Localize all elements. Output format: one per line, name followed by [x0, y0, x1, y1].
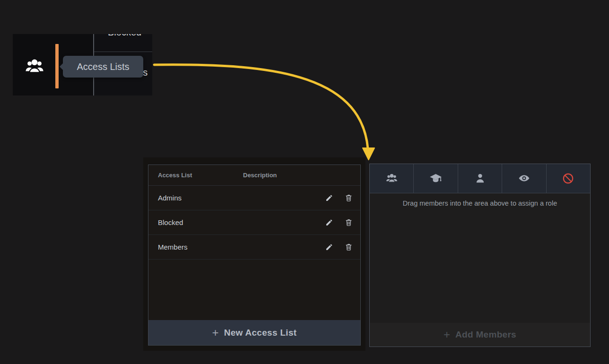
row-actions — [325, 218, 360, 226]
plus-icon: + — [212, 327, 219, 338]
role-cell-blocked[interactable] — [547, 164, 590, 193]
access-list-name: Members — [148, 243, 243, 251]
sidebar-item-access-lists[interactable] — [21, 54, 48, 79]
edit-icon[interactable] — [325, 194, 333, 202]
tooltip-access-lists: Access Lists — [63, 56, 143, 78]
drop-hint-text: Drag members into the area above to assi… — [370, 199, 590, 207]
table-header-row: Access List Description — [148, 165, 360, 186]
edit-icon[interactable] — [325, 243, 333, 251]
delete-icon[interactable] — [345, 218, 353, 226]
new-access-list-label: New Access List — [224, 328, 297, 338]
member-drop-zone[interactable]: Drag members into the area above to assi… — [370, 193, 590, 323]
column-header-access-list: Access List — [148, 172, 243, 179]
person-icon — [474, 172, 487, 185]
tooltip-label: Access Lists — [77, 61, 129, 72]
table-row: Blocked — [148, 210, 360, 235]
access-list-table: Access List Description Admins Blocked — [148, 165, 361, 346]
blocked-icon — [562, 172, 574, 185]
graduation-cap-icon — [429, 172, 442, 185]
page: Blocked Members Access Lists Access List… — [0, 0, 609, 364]
access-list-name: Blocked — [148, 218, 243, 226]
add-members-label: Add Members — [455, 329, 516, 340]
role-cell-member[interactable] — [458, 164, 502, 193]
edit-icon[interactable] — [325, 218, 333, 226]
column-header-description: Description — [243, 172, 360, 179]
row-divider — [94, 52, 152, 52]
group-icon — [385, 172, 398, 185]
access-list-name: Admins — [148, 194, 243, 202]
tooltip-pointer — [60, 63, 63, 70]
access-lists-panel: Access List Description Admins Blocked — [143, 157, 365, 351]
active-nav-indicator — [55, 44, 59, 88]
members-panel: Drag members into the area above to assi… — [369, 164, 591, 347]
delete-icon[interactable] — [345, 243, 353, 251]
role-cell-group[interactable] — [370, 164, 414, 193]
clipped-row-blocked: Blocked — [108, 34, 141, 38]
group-icon — [24, 56, 45, 77]
role-drop-targets — [370, 164, 590, 193]
role-cell-viewer[interactable] — [502, 164, 546, 193]
sidebar-snippet: Blocked Members Access Lists — [13, 34, 152, 95]
add-members-button[interactable]: + Add Members — [370, 323, 590, 347]
delete-icon[interactable] — [345, 194, 353, 202]
eye-icon — [518, 172, 531, 185]
plus-icon: + — [444, 329, 450, 340]
table-empty-space — [148, 260, 360, 320]
table-row: Members — [148, 235, 360, 260]
role-cell-teacher[interactable] — [414, 164, 458, 193]
row-actions — [325, 243, 360, 251]
new-access-list-button[interactable]: + New Access List — [148, 320, 360, 345]
table-row: Admins — [148, 186, 360, 210]
row-actions — [325, 194, 360, 202]
